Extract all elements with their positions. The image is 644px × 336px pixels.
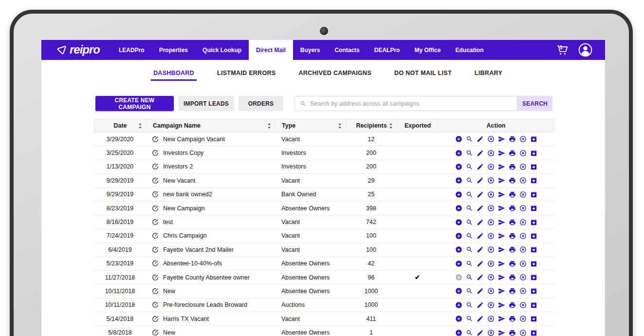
archive-campaign-icon[interactable] (530, 219, 537, 226)
cancel-campaign-icon[interactable] (519, 219, 527, 226)
send-campaign-icon[interactable] (498, 315, 505, 322)
add-campaign-icon[interactable] (455, 301, 462, 309)
tab-archived-campaigns[interactable]: ARCHIVED CAMPAIGNS (298, 70, 371, 76)
sort-icon[interactable] (267, 123, 271, 129)
search-campaign-icon[interactable] (466, 191, 473, 198)
rename-campaign-icon[interactable] (152, 301, 159, 308)
send-campaign-icon[interactable] (498, 135, 505, 143)
download-campaign-icon[interactable] (487, 205, 495, 212)
edit-campaign-icon[interactable] (477, 315, 484, 322)
tab-do-not-mail-list[interactable]: DO NOT MAIL LIST (394, 70, 452, 76)
print-campaign-icon[interactable] (509, 287, 516, 295)
campaign-name[interactable]: New Campaign Vacant (163, 136, 225, 143)
download-campaign-icon[interactable] (487, 287, 495, 295)
print-campaign-icon[interactable] (509, 274, 516, 281)
campaign-name[interactable]: test (163, 219, 173, 225)
cancel-campaign-icon[interactable] (519, 260, 527, 267)
archive-campaign-icon[interactable] (530, 232, 537, 240)
campaign-name[interactable]: New Vacant (163, 177, 195, 184)
add-campaign-icon[interactable] (455, 232, 462, 240)
column-header-type[interactable]: Type (276, 119, 346, 132)
print-campaign-icon[interactable] (509, 329, 516, 336)
campaign-name[interactable]: New (163, 329, 175, 336)
search-campaign-icon[interactable] (466, 135, 473, 143)
send-campaign-icon[interactable] (498, 329, 505, 336)
print-campaign-icon[interactable] (509, 260, 516, 267)
send-campaign-icon[interactable] (498, 205, 505, 212)
nav-item-dealpro[interactable]: DEALPro (367, 40, 407, 60)
edit-campaign-icon[interactable] (477, 177, 484, 184)
search-input[interactable] (307, 96, 517, 111)
add-campaign-icon[interactable] (455, 287, 462, 295)
tab-dashboard[interactable]: DASHBOARD (153, 70, 194, 76)
archive-campaign-icon[interactable] (530, 315, 537, 322)
cancel-campaign-icon[interactable] (519, 315, 527, 322)
cancel-campaign-icon[interactable] (519, 177, 527, 184)
send-campaign-icon[interactable] (498, 274, 505, 281)
rename-campaign-icon[interactable] (152, 163, 159, 170)
edit-campaign-icon[interactable] (477, 149, 484, 157)
sort-icon[interactable] (389, 123, 393, 129)
archive-campaign-icon[interactable] (530, 260, 537, 267)
rename-campaign-icon[interactable] (152, 246, 159, 253)
edit-campaign-icon[interactable] (477, 163, 484, 170)
nav-item-buyers[interactable]: Buyers (293, 40, 328, 60)
tab-listmaid-errors[interactable]: LISTMAID ERRORS (217, 70, 276, 76)
tab-library[interactable]: LIBRARY (475, 70, 502, 76)
print-campaign-icon[interactable] (509, 177, 516, 184)
campaign-name[interactable]: Fayette Vacant 2nd Mailer (163, 246, 234, 253)
rename-campaign-icon[interactable] (152, 149, 159, 156)
print-campaign-icon[interactable] (509, 163, 516, 170)
edit-campaign-icon[interactable] (477, 191, 484, 198)
download-campaign-icon[interactable] (487, 163, 495, 170)
sort-icon[interactable] (338, 123, 342, 129)
column-header-recipients[interactable]: Recipients (346, 119, 397, 132)
rename-campaign-icon[interactable] (152, 288, 159, 295)
archive-campaign-icon[interactable] (530, 205, 537, 212)
print-campaign-icon[interactable] (509, 205, 516, 212)
edit-campaign-icon[interactable] (477, 329, 484, 336)
add-campaign-icon[interactable] (455, 191, 462, 198)
cancel-campaign-icon[interactable] (519, 135, 527, 143)
print-campaign-icon[interactable] (509, 135, 516, 143)
download-campaign-icon[interactable] (487, 177, 495, 184)
orders-button[interactable]: ORDERS (239, 96, 283, 111)
edit-campaign-icon[interactable] (477, 287, 484, 295)
search-campaign-icon[interactable] (466, 329, 473, 336)
cart-button[interactable]: 1 (555, 43, 569, 56)
add-campaign-icon[interactable] (455, 219, 462, 226)
cancel-campaign-icon[interactable] (519, 205, 527, 212)
rename-campaign-icon[interactable] (152, 329, 159, 336)
search-campaign-icon[interactable] (466, 274, 473, 281)
send-campaign-icon[interactable] (498, 246, 505, 253)
print-campaign-icon[interactable] (509, 246, 516, 253)
campaign-name[interactable]: Investors 2 (163, 163, 193, 170)
edit-campaign-icon[interactable] (477, 260, 484, 267)
archive-campaign-icon[interactable] (530, 135, 537, 143)
cancel-campaign-icon[interactable] (519, 287, 527, 295)
search-campaign-icon[interactable] (466, 287, 473, 295)
cancel-campaign-icon[interactable] (519, 274, 527, 281)
rename-campaign-icon[interactable] (152, 177, 159, 184)
archive-campaign-icon[interactable] (530, 149, 537, 157)
search-campaign-icon[interactable] (466, 219, 473, 226)
campaign-name[interactable]: Chris Campaign (163, 232, 207, 239)
download-campaign-icon[interactable] (487, 232, 495, 240)
search-button[interactable]: SEARCH (517, 96, 552, 111)
print-campaign-icon[interactable] (509, 219, 516, 226)
download-campaign-icon[interactable] (487, 260, 495, 267)
rename-campaign-icon[interactable] (152, 274, 159, 281)
search-campaign-icon[interactable] (466, 163, 473, 170)
rename-campaign-icon[interactable] (152, 191, 159, 198)
search-campaign-icon[interactable] (466, 246, 473, 253)
edit-campaign-icon[interactable] (477, 232, 484, 240)
nav-item-direct-mail[interactable]: Direct Mail (249, 40, 293, 60)
send-campaign-icon[interactable] (498, 260, 505, 267)
nav-item-contacts[interactable]: Contacts (327, 40, 367, 60)
import-leads-button[interactable]: IMPORT LEADS (178, 96, 234, 111)
cancel-campaign-icon[interactable] (519, 232, 527, 240)
send-campaign-icon[interactable] (498, 149, 505, 157)
archive-campaign-icon[interactable] (530, 301, 537, 309)
cancel-campaign-icon[interactable] (519, 149, 527, 157)
send-campaign-icon[interactable] (498, 177, 505, 184)
